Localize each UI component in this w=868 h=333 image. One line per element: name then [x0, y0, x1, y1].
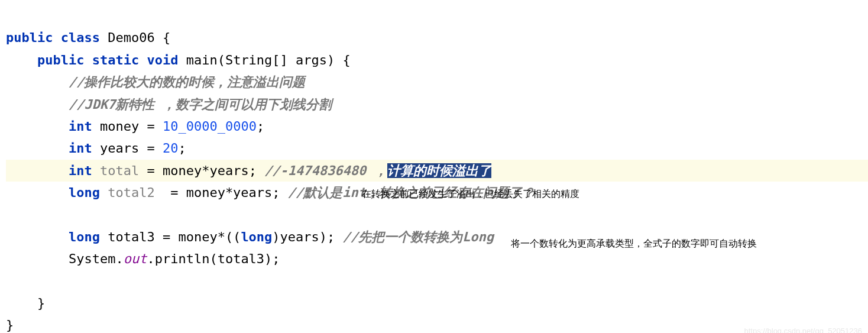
comment: //操作比较大的数的时候，注意溢出问题: [69, 75, 306, 89]
semi: ;: [257, 119, 264, 134]
keyword: long: [69, 229, 100, 244]
brace: {: [155, 30, 171, 45]
variable: total: [92, 163, 139, 178]
brace: }: [6, 318, 14, 332]
line-11: }: [6, 296, 45, 311]
watermark: https://blog.csdn.net/qq_52051236: [744, 325, 863, 333]
keyword: long: [241, 229, 272, 244]
line-7-highlighted: int total = money*years; //-1474836480 ，…: [6, 160, 868, 182]
line-10: System.out.println(total3);: [6, 251, 280, 266]
brace: }: [37, 296, 45, 311]
class-name: Demo06: [108, 30, 154, 45]
params: (String[] args) {: [218, 53, 351, 67]
number-literal: 10_0000_0000: [163, 119, 257, 134]
line-9: long total3 = money*((long)years); //先把一…: [6, 229, 494, 244]
keyword: public class: [6, 30, 100, 45]
comment: //JDK7新特性 ，数字之间可以用下划线分割: [69, 97, 332, 112]
annotation-overflow-note: 在转换之前已经发生了溢出，已经丢失了相关的精度: [362, 186, 579, 202]
comment: //先把一个数转换为Long: [343, 229, 494, 244]
line-4: //JDK7新特性 ，数字之间可以用下划线分割: [6, 97, 332, 112]
expr: )years);: [272, 229, 342, 244]
line-1: public class Demo06 {: [6, 30, 170, 45]
keyword: int: [69, 141, 92, 156]
semi: ;: [178, 141, 186, 156]
line-2: public static void main(String[] args) {: [6, 53, 351, 67]
line-3: //操作比较大的数的时候，注意溢出问题: [6, 75, 305, 89]
keyword: int: [69, 163, 92, 178]
call: .println(total3);: [147, 251, 280, 266]
comment: //-1474836480 ，: [264, 163, 387, 178]
static-field: out: [124, 251, 147, 266]
number-literal: 20: [163, 141, 179, 156]
annotation-type-note: 将一个数转化为更高承载类型，全式子的数字即可自动转换: [511, 235, 757, 251]
line-12: }: [6, 318, 14, 332]
keyword: long: [69, 185, 100, 200]
var-decl: years =: [92, 141, 163, 156]
line-6: int years = 20;: [6, 141, 186, 156]
qualifier: System.: [69, 251, 124, 266]
keyword: int: [69, 119, 92, 134]
line-5: int money = 10_0000_0000;: [6, 119, 264, 134]
var-decl: total3 = money*((: [100, 229, 241, 244]
var-decl: money =: [92, 119, 163, 134]
expr: = money*years;: [139, 163, 264, 178]
keyword: public static void: [37, 53, 178, 67]
expr: = money*years;: [155, 185, 288, 200]
method-name: main: [178, 53, 217, 67]
comment-selected: 计算的时候溢出了: [387, 163, 491, 178]
code-block: public class Demo06 { public static void…: [0, 0, 868, 333]
variable: total2: [100, 185, 155, 200]
